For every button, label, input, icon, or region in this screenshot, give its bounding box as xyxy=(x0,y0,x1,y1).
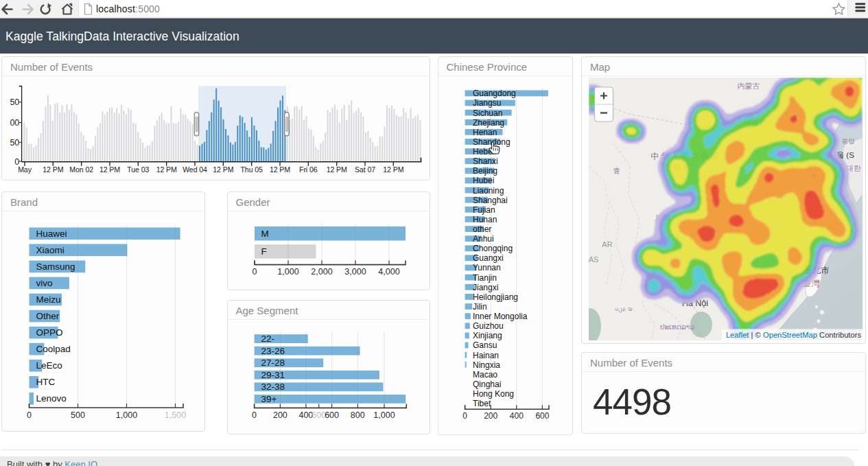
svg-text:Shanxi: Shanxi xyxy=(473,156,498,166)
svg-text:500: 500 xyxy=(71,410,85,420)
svg-text:F: F xyxy=(261,246,267,257)
svg-text:Tibet: Tibet xyxy=(473,399,491,408)
svg-text:Jiangxi: Jiangxi xyxy=(473,283,498,292)
svg-text:3,000: 3,000 xyxy=(344,267,366,277)
svg-text:other: other xyxy=(473,224,491,234)
svg-text:4,000: 4,000 xyxy=(378,267,399,277)
svg-text:1,000: 1,000 xyxy=(373,410,395,420)
svg-text:2,000: 2,000 xyxy=(311,267,332,277)
svg-text:Macao: Macao xyxy=(473,370,497,380)
svg-text:Guizhou: Guizhou xyxy=(473,321,504,331)
svg-text:50: 50 xyxy=(10,97,19,107)
svg-text:ປະເທດລາວ: ປະເທດລາວ xyxy=(660,323,694,331)
svg-text:600: 600 xyxy=(325,410,339,420)
svg-text:800: 800 xyxy=(351,410,365,420)
svg-text:Leaflet | © OpenStreetMap Cont: Leaflet | © OpenStreetMap Contributors xyxy=(726,331,862,339)
svg-text:1,000: 1,000 xyxy=(116,410,137,420)
svg-text:Meizu: Meizu xyxy=(36,294,61,305)
svg-text:Other: Other xyxy=(36,311,60,321)
svg-text:12 PM: 12 PM xyxy=(327,165,347,174)
svg-text:Qinghai: Qinghai xyxy=(473,380,501,389)
svg-text:12 PM: 12 PM xyxy=(156,165,177,174)
svg-text:200: 200 xyxy=(484,411,497,421)
svg-text:29-31: 29-31 xyxy=(261,370,285,380)
svg-text:Yunnan: Yunnan xyxy=(473,263,501,272)
svg-text:LeEco: LeEco xyxy=(36,360,62,371)
svg-text:Guangdong: Guangdong xyxy=(473,89,516,98)
svg-text:1,000: 1,000 xyxy=(277,267,298,277)
svg-text:Tianjin: Tianjin xyxy=(473,273,497,283)
svg-text:Wed 04: Wed 04 xyxy=(183,165,207,174)
svg-text:Shanghai: Shanghai xyxy=(473,196,508,205)
svg-text:200: 200 xyxy=(273,410,288,420)
svg-text:Beijing: Beijing xyxy=(473,166,497,176)
svg-text:Thu 05: Thu 05 xyxy=(241,165,263,174)
svg-text:OPPO: OPPO xyxy=(36,327,63,338)
svg-text:32-38: 32-38 xyxy=(261,382,285,392)
svg-text:Hong Kong: Hong Kong xyxy=(473,389,514,399)
svg-text:Samsung: Samsung xyxy=(36,261,75,272)
svg-text:12 PM: 12 PM xyxy=(43,165,63,174)
svg-text:Fri 06: Fri 06 xyxy=(299,165,318,174)
svg-text:M: M xyxy=(261,229,269,239)
svg-text:Mon 02: Mon 02 xyxy=(69,165,93,174)
svg-text:AS: AS xyxy=(589,255,599,264)
svg-text:青: 青 xyxy=(613,167,621,175)
svg-text:Jiangsu: Jiangsu xyxy=(473,98,501,108)
svg-text:Hunan: Hunan xyxy=(473,215,497,224)
svg-text:23-26: 23-26 xyxy=(261,346,285,356)
svg-text:12 PM: 12 PM xyxy=(270,165,290,174)
svg-text:Liaoning: Liaoning xyxy=(473,186,504,196)
svg-text:0: 0 xyxy=(252,410,257,420)
svg-text:Coolpad: Coolpad xyxy=(36,344,71,354)
svg-text:vivo: vivo xyxy=(36,278,53,288)
svg-text:HTC: HTC xyxy=(36,377,56,387)
svg-text:May: May xyxy=(18,165,32,174)
svg-text:12 PM: 12 PM xyxy=(383,165,403,174)
svg-text:Gansu: Gansu xyxy=(473,340,497,350)
svg-text:Heilongjiang: Heilongjiang xyxy=(473,292,518,302)
svg-text:0: 0 xyxy=(253,267,257,277)
svg-text:Lenovo: Lenovo xyxy=(36,393,67,404)
svg-text:Henan: Henan xyxy=(473,128,497,137)
svg-text:22-: 22- xyxy=(261,334,275,344)
svg-text:မနျမာ: မနျမာ xyxy=(612,305,633,313)
svg-text:Xinjiang: Xinjiang xyxy=(473,331,502,340)
svg-text:600: 600 xyxy=(535,411,549,421)
svg-text:0: 0 xyxy=(462,411,467,421)
svg-text:Hainan: Hainan xyxy=(473,351,499,360)
svg-text:12 PM: 12 PM xyxy=(99,165,120,174)
svg-text:Xiaomi: Xiaomi xyxy=(36,245,64,255)
svg-text:500: 500 xyxy=(312,410,326,420)
svg-text:内蒙古: 内蒙古 xyxy=(738,82,760,90)
svg-text:12 PM: 12 PM xyxy=(213,165,233,174)
svg-text:AR: AR xyxy=(602,240,612,248)
svg-text:Chongqing: Chongqing xyxy=(473,244,513,253)
svg-text:400: 400 xyxy=(510,411,524,421)
svg-text:Guangxi: Guangxi xyxy=(473,253,504,263)
svg-text:Ningxia: Ningxia xyxy=(473,360,500,370)
svg-text:Jilin: Jilin xyxy=(473,302,487,312)
svg-text:Sichuan: Sichuan xyxy=(473,108,502,118)
svg-text:Inner Mongolia: Inner Mongolia xyxy=(473,312,528,321)
svg-text:평양: 평양 xyxy=(842,137,856,145)
svg-text:50: 50 xyxy=(10,138,19,148)
svg-text:Zhejiang: Zhejiang xyxy=(473,118,504,128)
svg-text:00: 00 xyxy=(10,118,19,128)
svg-text:27-28: 27-28 xyxy=(261,358,285,368)
svg-text:Huawei: Huawei xyxy=(36,229,67,239)
svg-text:Fujian: Fujian xyxy=(473,205,495,215)
svg-text:39+: 39+ xyxy=(261,394,277,404)
svg-text:1,500: 1,500 xyxy=(165,410,186,420)
svg-text:Sat 07: Sat 07 xyxy=(355,165,375,174)
svg-text:Tue 03: Tue 03 xyxy=(127,165,149,174)
svg-text:400: 400 xyxy=(298,410,313,420)
svg-text:0: 0 xyxy=(27,410,32,420)
